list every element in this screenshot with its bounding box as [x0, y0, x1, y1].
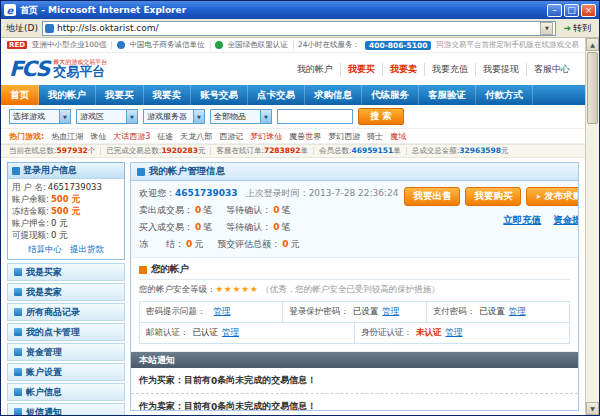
sidebar-item-buyer[interactable]: 我是买家 — [7, 263, 125, 281]
address-input[interactable]: http://sls.oktarist.com/ ▼ — [42, 21, 557, 36]
user-row-username: 用 户 名: 4651739033 — [12, 182, 120, 193]
game-select[interactable]: 选择游戏 ▼ — [9, 109, 71, 124]
service-label: 24小时在线服务： — [298, 40, 360, 50]
scroll-down-icon[interactable]: ▼ — [586, 402, 599, 415]
security-cell-pay-password: 支付密码： 已设置 管理 — [427, 302, 569, 322]
folder-icon — [14, 308, 22, 316]
manage-link[interactable]: 管理 — [222, 327, 239, 339]
hot-game-link[interactable]: 梦幻诛仙 — [250, 131, 282, 142]
nav-account-trade[interactable]: 账号交易 — [191, 85, 248, 105]
top-nav-my-account[interactable]: 我的帐户 — [290, 63, 341, 76]
security-level-line: 您的帐户安全等级：★★★★★ （优秀，您的帐户安全已受到较高的保护措施） — [139, 284, 570, 296]
cert-text-2: 中国电子商务诚信单位 — [130, 40, 205, 50]
security-cell-password-question: 密码提示问题： 管理 — [140, 302, 283, 322]
divider — [313, 147, 314, 155]
site-logo[interactable]: FCS 最大的游戏交易平台 交易平台 — [9, 58, 107, 80]
title-bar: e 首页 - Microsoft Internet Explorer – □ × — [1, 1, 599, 19]
search-input[interactable] — [277, 109, 353, 124]
post-wanted-button[interactable]: ➤发布求购 — [526, 187, 579, 206]
server-select[interactable]: 游戏服务器 ▼ — [143, 109, 205, 124]
manage-link[interactable]: 管理 — [382, 306, 399, 318]
chevron-down-icon: ▼ — [59, 110, 70, 123]
manage-link[interactable]: 管理 — [446, 327, 463, 339]
scroll-up-icon[interactable]: ▲ — [586, 38, 599, 51]
top-nav-buy[interactable]: 我要买 — [341, 63, 383, 76]
hot-games-label: 热门游戏: — [9, 131, 44, 142]
hot-game-link[interactable]: 诛仙 — [90, 131, 106, 142]
go-button[interactable]: ➜ 转到 — [560, 22, 594, 35]
browser-viewport: RED 亚洲中小型企业100强 中国电子商务诚信单位 全国绿色联盟认证 24小时… — [1, 38, 599, 415]
nav-powerleveling[interactable]: 代练服务 — [362, 85, 419, 105]
sidebar-item-sms-notify[interactable]: 短信通知 — [7, 403, 125, 415]
sidebar-item-seller[interactable]: 我是卖家 — [7, 283, 125, 301]
sidebar-item-all-records[interactable]: 所有商品记录 — [7, 303, 125, 321]
red-cert-badge: RED — [7, 41, 27, 49]
panel-icon — [137, 168, 145, 176]
nav-home[interactable]: 首页 — [1, 85, 39, 105]
hot-game-link[interactable]: 热血江湖 — [51, 131, 83, 142]
nav-buy[interactable]: 我要买 — [96, 85, 144, 105]
stat-total-amount: 总成交总金额:32963598元 — [412, 146, 509, 156]
sell-button[interactable]: 我要出售 — [404, 187, 460, 206]
main-nav-bar: 首页 我的帐户 我要买 我要卖 账号交易 点卡交易 求购信息 代练服务 客服验证… — [1, 85, 585, 105]
maximize-button[interactable]: □ — [564, 4, 579, 17]
withdraw-funds-link[interactable]: 提出货款 — [70, 244, 104, 256]
sidebar-item-account-settings[interactable]: 账户设置 — [7, 363, 125, 381]
cert-text-3: 全国绿色联盟认证 — [228, 40, 288, 50]
go-arrow-icon: ➜ — [563, 23, 571, 33]
region-select[interactable]: 游戏区 ▼ — [76, 109, 138, 124]
address-dropdown-icon[interactable]: ▼ — [540, 22, 553, 35]
nav-my-account[interactable]: 我的帐户 — [39, 85, 96, 105]
scrollbar-thumb[interactable] — [587, 52, 598, 124]
top-nav-recharge[interactable]: 我要充值 — [425, 63, 476, 76]
settlement-center-link[interactable]: 结算中心 — [28, 244, 62, 256]
site-header: FCS 最大的游戏交易平台 交易平台 我的帐户 我要买 我要卖 我要充值 我要提… — [1, 53, 585, 85]
nav-service-verify[interactable]: 客服验证 — [419, 85, 476, 105]
hot-game-link[interactable]: 魔域 — [390, 131, 406, 142]
nav-wanted[interactable]: 求购信息 — [305, 85, 362, 105]
top-nav-service[interactable]: 客服中心 — [527, 63, 577, 76]
nav-sell[interactable]: 我要卖 — [144, 85, 192, 105]
sidebar-item-card-manage[interactable]: 我的点卡管理 — [7, 323, 125, 341]
user-icon — [12, 167, 20, 175]
recharge-now-link[interactable]: 立即充值 — [503, 214, 541, 227]
hot-game-link[interactable]: 西游记 — [219, 131, 243, 142]
hot-game-link[interactable]: 梦幻西游 — [328, 131, 360, 142]
seller-notice-row: 作为卖家：目前有 0 条尚未完成的交易信息！ — [131, 394, 578, 411]
sidebar-item-funds[interactable]: 资金管理 — [7, 343, 125, 361]
top-nav-sell[interactable]: 我要卖 — [383, 63, 425, 76]
panel-title-bar: 我的帐户管理信息 — [131, 163, 578, 181]
stat-service-orders: 客服在线订单:7283892单 — [216, 146, 308, 156]
item-type-select[interactable]: 全部物品 ▼ — [210, 109, 272, 124]
main-area: 登录用户信息 用 户 名: 4651739033 账户余额: 500 元 — [1, 158, 585, 415]
site-stats-bar: 当前在线总数:597932个 已完成交易总数:1920283元 客服在线订单:7… — [1, 144, 585, 158]
minimize-button[interactable]: – — [547, 4, 562, 17]
hot-game-link[interactable]: 骑士 — [367, 131, 383, 142]
stat-member-count: 会员总数:46959151单 — [319, 146, 401, 156]
page-favicon-icon — [45, 24, 54, 33]
vertical-scrollbar[interactable]: ▲ ▼ — [585, 38, 599, 415]
folder-icon — [14, 348, 22, 356]
withdraw-link[interactable]: 资金提现 — [553, 214, 579, 227]
buy-button[interactable]: 我要购买 — [465, 187, 521, 206]
sidebar-item-account-info[interactable]: 帐户信息 — [7, 383, 125, 401]
url-text[interactable]: http://sls.oktarist.com/ — [57, 23, 159, 33]
top-nav-withdraw[interactable]: 我要提现 — [476, 63, 527, 76]
service-phone: 400-806-5100 — [365, 41, 431, 50]
security-row: 邮箱认证： 已认证 管理 身份证认证： 未认证 管理 — [140, 323, 569, 344]
hot-game-link[interactable]: 魔兽世界 — [289, 131, 321, 142]
manage-link[interactable]: 管理 — [214, 306, 231, 318]
hot-game-link[interactable]: 征途 — [157, 131, 173, 142]
hot-game-link[interactable]: 大话西游3 — [113, 131, 150, 142]
nav-payment[interactable]: 付款方式 — [476, 85, 533, 105]
security-cell-login-password: 登录保护密码： 已设置 管理 — [283, 302, 426, 322]
arrow-right-icon: ➤ — [535, 193, 541, 201]
user-panel-header: 登录用户信息 — [8, 163, 124, 179]
nav-card-trade[interactable]: 点卡交易 — [248, 85, 305, 105]
close-button[interactable]: × — [581, 4, 596, 17]
logo-mark: FCS — [9, 58, 48, 80]
page-content: RED 亚洲中小型企业100强 中国电子商务诚信单位 全国绿色联盟认证 24小时… — [1, 38, 585, 415]
manage-link[interactable]: 管理 — [509, 306, 526, 318]
hot-game-link[interactable]: 天龙八部 — [180, 131, 212, 142]
search-button[interactable]: 搜 索 — [358, 108, 404, 125]
